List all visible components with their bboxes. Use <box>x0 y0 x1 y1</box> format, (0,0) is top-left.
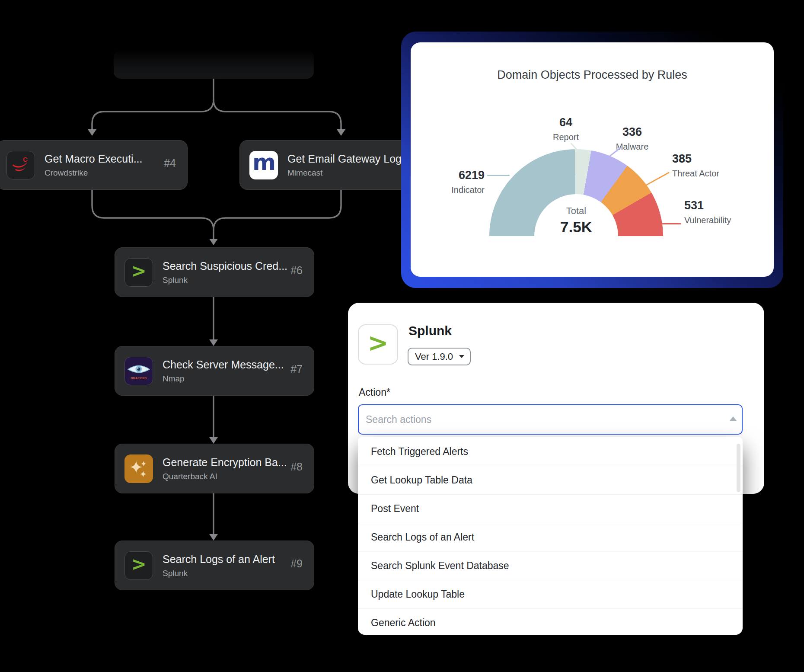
gauge-chart: Total 7.5K <box>489 149 663 236</box>
dropdown-item[interactable]: Generic Action <box>358 609 743 637</box>
node-subtitle: Nmap <box>163 374 284 384</box>
splunk-glyph: > <box>131 260 146 282</box>
splunk-icon: > <box>124 551 153 580</box>
dropdown-item[interactable]: Post Event <box>358 495 743 523</box>
nmap-icon: NMAP.ORG <box>124 357 153 385</box>
svg-text:C: C <box>23 156 28 163</box>
chart-title: Domain Objects Processed by Rules <box>411 68 774 82</box>
node-badge: #6 <box>290 264 303 277</box>
faded-workflow-node <box>114 50 314 79</box>
dropdown-item[interactable]: Search Splunk Event Database <box>358 552 743 580</box>
gauge-total-label: Total <box>489 205 663 217</box>
callout-indicator: 6219 Indicator <box>424 169 485 195</box>
workflow-node-search-suspicious-cred[interactable]: > Search Suspicious Cred... Splunk #6 <box>115 247 314 297</box>
node-badge: #7 <box>290 363 303 375</box>
version-dropdown[interactable]: Ver 1.9.0 <box>408 348 471 365</box>
action-field-label: Action* <box>359 387 390 398</box>
action-search-box <box>358 404 743 435</box>
arrowhead-icon <box>209 339 218 346</box>
callout-threat-actor: 385 Threat Actor <box>672 152 741 179</box>
node-subtitle: Splunk <box>163 569 275 578</box>
nmap-caption: NMAP.ORG <box>131 377 147 380</box>
node-title: Search Logs of an Alert <box>163 553 275 566</box>
workflow-node-get-macro-execution[interactable]: C Get Macro Executi... Crowdstrike #4 <box>0 140 188 190</box>
gauge-total-value: 7.5K <box>489 218 663 236</box>
splunk-glyph: > <box>131 554 146 575</box>
dropdown-item[interactable]: Fetch Triggered Alerts <box>358 438 743 466</box>
app-name: Splunk <box>408 323 452 338</box>
node-title: Check Server Message... <box>163 358 284 371</box>
callout-report: 64 Report <box>540 116 592 142</box>
node-badge: #4 <box>164 157 176 170</box>
callout-vulnerability: 531 Vulnerability <box>684 199 753 225</box>
leader-line-vulnerability <box>659 223 681 224</box>
action-search-input[interactable] <box>359 405 742 434</box>
node-subtitle: Mimecast <box>287 168 402 178</box>
crowdstrike-icon: C <box>6 151 35 179</box>
arrowhead-icon <box>337 129 345 136</box>
leader-line-indicator <box>487 175 510 176</box>
canvas: C Get Macro Executi... Crowdstrike #4 m … <box>0 0 804 672</box>
node-subtitle: Quarterback AI <box>163 472 287 481</box>
mimecast-glyph: m <box>252 151 275 175</box>
arrowhead-icon <box>209 534 218 541</box>
arrowhead-icon <box>209 437 218 444</box>
dropdown-item[interactable]: Search Logs of an Alert <box>358 523 743 552</box>
node-title: Generate Encryption Ba... <box>163 456 287 469</box>
node-badge: #9 <box>290 557 303 570</box>
node-title: Search Suspicious Cred... <box>163 260 287 272</box>
arrowhead-icon <box>209 239 218 245</box>
dropdown-item[interactable]: Get Lookup Table Data <box>358 466 743 495</box>
splunk-app-icon: > <box>358 324 398 365</box>
dropdown-scrollbar[interactable] <box>737 444 740 492</box>
chevron-up-icon[interactable] <box>730 416 737 421</box>
node-badge: #8 <box>290 461 303 473</box>
node-title: Get Email Gateway Log <box>287 153 402 165</box>
chevron-down-icon <box>459 355 464 358</box>
node-title: Get Macro Executi... <box>45 153 142 165</box>
splunk-glyph: > <box>367 328 389 358</box>
mimecast-icon: m <box>249 151 278 179</box>
action-dropdown-list: Fetch Triggered Alerts Get Lookup Table … <box>358 437 743 635</box>
arrowhead-icon <box>88 129 96 136</box>
splunk-icon: > <box>124 258 153 287</box>
workflow-node-search-logs-of-an-alert[interactable]: > Search Logs of an Alert Splunk #9 <box>115 541 314 590</box>
node-subtitle: Crowdstrike <box>45 168 142 178</box>
sparkles-icon <box>124 454 153 483</box>
callout-malware: 336 Malware <box>605 125 659 152</box>
dropdown-item[interactable]: Update Lookup Table <box>358 580 743 609</box>
node-subtitle: Splunk <box>163 275 287 285</box>
workflow-node-generate-encryption[interactable]: Generate Encryption Ba... Quarterback AI… <box>115 444 314 493</box>
workflow-node-check-server-message[interactable]: NMAP.ORG Check Server Message... Nmap #7 <box>115 346 314 396</box>
